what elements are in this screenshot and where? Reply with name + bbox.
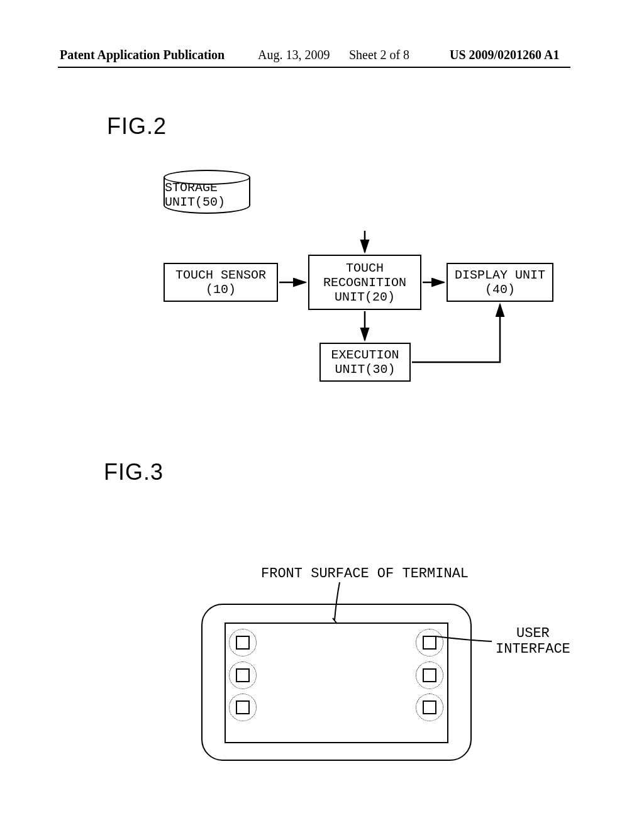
figure-3-label: FIG.3 (104, 459, 164, 485)
figure-2-label: FIG.2 (107, 113, 167, 140)
figure-3-callouts (176, 566, 579, 786)
figure-2-diagram: STORAGE UNIT(50) TOUCH SENSOR (10) TOUCH… (164, 170, 553, 402)
sheet-number: Sheet 2 of 8 (349, 48, 409, 62)
publication-number: US 2009/0201260 A1 (450, 48, 559, 62)
header-rule (58, 67, 570, 68)
publication-date: Aug. 13, 2009 (258, 48, 330, 62)
figure-2-arrows (164, 170, 553, 402)
figure-3-diagram: FRONT SURFACE OF TERMINAL USER INTERFACE (176, 566, 579, 786)
publication-type: Patent Application Publication (60, 48, 225, 62)
